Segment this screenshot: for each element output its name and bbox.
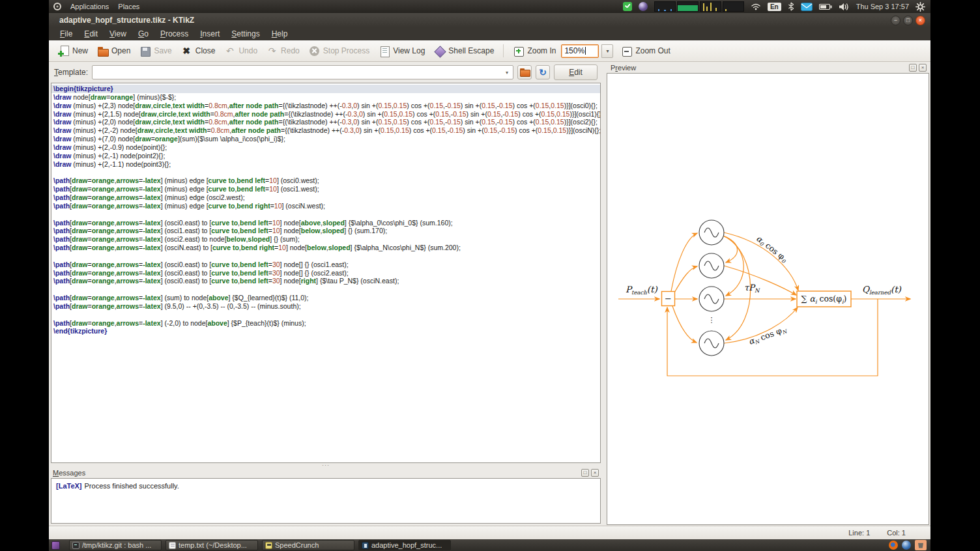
taskbar-item-ktikz[interactable]: adaptive_hopf_struc...: [358, 540, 451, 550]
code-line[interactable]: \draw (minus) +(2,0) node[draw,circle,te…: [51, 118, 600, 126]
code-line[interactable]: \path[draw=orange,arrows=-latex] (osci1.…: [51, 227, 600, 235]
places-menu[interactable]: Places: [118, 3, 139, 10]
mail-icon[interactable]: [801, 3, 813, 11]
code-line[interactable]: \draw (minus) +(2,-2) node[draw,circle,t…: [51, 126, 600, 135]
code-line[interactable]: \end{tikzpicture}: [51, 327, 600, 335]
code-line[interactable]: \draw (minus) +(2,-1.1) node(point3){};: [51, 160, 600, 169]
menu-insert[interactable]: Insert: [194, 29, 225, 39]
taskbar-item-terminal[interactable]: /tmp/ktikz.git : bash ...: [69, 540, 162, 550]
shell-escape-button[interactable]: Shell Escape: [430, 44, 498, 59]
code-line[interactable]: \path[draw=orange,arrows=-latex] (-2,0) …: [51, 319, 600, 328]
menu-file[interactable]: File: [54, 29, 78, 39]
window-list-icon[interactable]: [51, 541, 60, 550]
battery-icon[interactable]: [819, 3, 832, 10]
applications-menu[interactable]: Applications: [70, 3, 109, 10]
code-line[interactable]: [51, 285, 600, 294]
code-line[interactable]: \draw (minus) +(2,1.5) node[draw,circle,…: [51, 110, 600, 119]
refresh-icon: ↻: [539, 68, 547, 77]
template-browse-button[interactable]: [517, 65, 532, 79]
redo-button[interactable]: ↷Redo: [263, 44, 304, 59]
stop-icon: [309, 46, 320, 57]
zoom-out-button[interactable]: Zoom Out: [617, 44, 674, 59]
new-button[interactable]: New: [54, 44, 92, 59]
code-line[interactable]: \path[draw=orange,arrows=-latex] (osci0.…: [51, 219, 600, 227]
window-titlebar[interactable]: adaptive_hopf_structure.tikz - KTikZ − □…: [49, 13, 930, 27]
volume-icon[interactable]: [839, 3, 850, 11]
code-line[interactable]: [51, 168, 600, 177]
close-panel-icon[interactable]: ×: [919, 64, 927, 72]
code-line[interactable]: \path[draw=orange,arrows=-latex] (minus)…: [51, 177, 600, 185]
menu-go[interactable]: Go: [132, 29, 154, 39]
keyboard-layout-indicator[interactable]: En: [768, 3, 781, 11]
code-line[interactable]: [51, 210, 600, 219]
io-graph-cell: [700, 1, 721, 12]
code-line[interactable]: \path[draw=orange,arrows=-latex] (osci2.…: [51, 235, 600, 244]
code-line[interactable]: \draw (minus) +(7,0) node[draw=orange](s…: [51, 135, 600, 143]
template-combobox[interactable]: ▾: [92, 65, 513, 79]
undo-button[interactable]: ↶Undo: [220, 44, 261, 59]
update-ok-icon[interactable]: [623, 2, 632, 11]
session-gear-icon[interactable]: [915, 2, 925, 12]
code-line[interactable]: \path[draw=orange,arrows=-latex] (minus)…: [51, 193, 600, 202]
code-line[interactable]: \path[draw=orange,arrows=-latex] (sum) t…: [51, 294, 600, 302]
menu-process[interactable]: Process: [154, 29, 194, 39]
taskbar-item-texteditor[interactable]: temp.txt (~/Desktop...: [166, 540, 258, 550]
trash-applet-button[interactable]: [915, 540, 927, 550]
close-file-button[interactable]: ✖Close: [177, 44, 220, 59]
save-button[interactable]: Save: [136, 44, 175, 59]
desktop-screen: Applications Places En: [49, 0, 930, 551]
open-button[interactable]: Open: [93, 44, 134, 59]
code-line[interactable]: \draw (minus) +(2,-1) node(point2){};: [51, 152, 600, 160]
code-line[interactable]: \path[draw=orange,arrows=-latex] (osci0.…: [51, 261, 600, 269]
template-reload-button[interactable]: ↻: [536, 65, 550, 79]
menu-edit[interactable]: Edit: [78, 29, 104, 39]
code-line[interactable]: [51, 311, 600, 319]
code-line[interactable]: \draw (minus) +(2,-0.9) node(point){};: [51, 143, 600, 152]
terminal-icon: [72, 542, 79, 549]
firefox-icon[interactable]: [889, 541, 898, 550]
maximize-button[interactable]: □: [903, 16, 913, 25]
alpha0-label: α0 cos φ0: [754, 233, 790, 264]
float-panel-icon[interactable]: □: [909, 64, 917, 72]
messages-panel-header: Messages □ ×: [49, 467, 603, 478]
menu-help[interactable]: Help: [266, 29, 294, 39]
code-line[interactable]: \path[draw=orange,arrows=-latex] (osciN.…: [51, 244, 600, 252]
minimize-button[interactable]: −: [891, 16, 901, 25]
template-edit-button[interactable]: Edit: [554, 64, 598, 80]
menubar: File Edit View Go Process Insert Setting…: [49, 27, 930, 40]
code-line[interactable]: \path[draw=orange,arrows=-latex] (osci0.…: [51, 277, 600, 285]
toolbar: New Open Save ✖Close ↶Undo ↷Redo Stop Pr…: [49, 40, 930, 62]
bluetooth-icon[interactable]: [788, 2, 794, 11]
view-log-button[interactable]: View Log: [375, 44, 429, 59]
clock[interactable]: Thu Sep 3 17:57: [856, 3, 909, 10]
globe-icon[interactable]: [902, 541, 911, 550]
code-line[interactable]: \path[draw=orange,arrows=-latex] (osci0.…: [51, 269, 600, 277]
code-line[interactable]: \path[draw=orange,arrows=-latex] (9.5,0)…: [51, 302, 600, 311]
code-line[interactable]: [51, 252, 600, 261]
q-learned-label: Qlearned(t): [862, 284, 902, 296]
menu-settings[interactable]: Settings: [225, 29, 265, 39]
undo-arrow-icon: ↶: [224, 46, 235, 57]
save-disk-icon: [139, 46, 151, 57]
taskbar-item-speedcrunch[interactable]: SpeedCrunch: [262, 540, 354, 550]
zoom-dropdown-button[interactable]: ▾: [601, 44, 613, 58]
close-panel-icon[interactable]: ×: [591, 469, 599, 477]
code-line[interactable]: \path[draw=orange,arrows=-latex] (minus)…: [51, 185, 600, 193]
code-editor[interactable]: \begin{tikzpicture}\draw node[draw=orang…: [51, 83, 601, 463]
system-monitor-applet[interactable]: [654, 1, 744, 12]
stop-process-button[interactable]: Stop Process: [305, 44, 373, 59]
float-panel-icon[interactable]: □: [581, 469, 589, 477]
code-line[interactable]: \begin{tikzpicture}: [51, 85, 600, 93]
code-line[interactable]: \draw (minus) +(2,3) node[draw,circle,te…: [51, 102, 600, 110]
zoom-level-input[interactable]: 150%: [561, 44, 599, 58]
code-line[interactable]: \draw node[draw=orange] (minus){$-$};: [51, 93, 600, 102]
menu-view[interactable]: View: [104, 29, 132, 39]
desktop-top-panel: Applications Places En: [49, 0, 930, 13]
wifi-icon[interactable]: [751, 2, 761, 11]
close-window-button[interactable]: ×: [915, 16, 925, 25]
statusbar: Line: 1 Col: 1: [49, 526, 930, 539]
user-sphere-icon[interactable]: [639, 2, 648, 11]
messages-log[interactable]: [LaTeX]Process finished successfully.: [51, 478, 601, 524]
zoom-in-button[interactable]: Zoom In: [509, 44, 560, 59]
code-line[interactable]: \path[draw=orange,arrows=-latex] (minus)…: [51, 202, 600, 210]
